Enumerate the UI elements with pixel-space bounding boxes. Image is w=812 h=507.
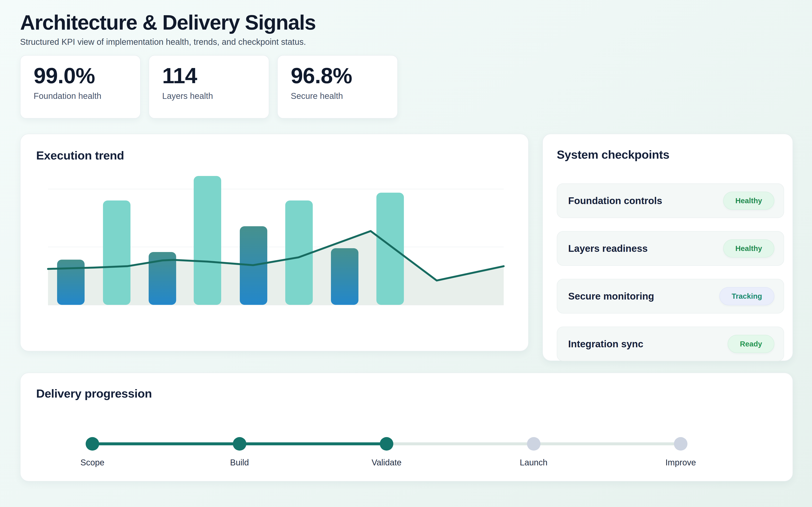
kpi-value: 99.0% [34,63,140,88]
checkpoint-label: Foundation controls [568,195,662,207]
system-checkpoints-card: System checkpoints Foundation controlsHe… [542,134,793,361]
step-dot-build [233,437,246,451]
kpi-row: 99.0%Foundation health114Layers health96… [20,55,793,118]
step-dot-launch [527,437,541,451]
checkpoint-row-layers-readiness: Layers readinessHealthy [557,231,784,266]
step-dot-scope [86,437,99,451]
delivery-stepper: ScopeBuildValidateLaunchImprove [92,437,681,473]
checkpoint-row-foundation-controls: Foundation controlsHealthy [557,183,784,218]
step-label-launch: Launch [520,458,548,467]
checkpoint-row-integration-sync: Integration syncReady [557,327,784,361]
kpi-value: 114 [162,63,269,88]
step-dot-validate [380,437,393,451]
kpi-label: Layers health [162,91,269,101]
delivery-progression-title: Delivery progression [36,387,793,400]
step-label-validate: Validate [371,458,402,467]
trend-line [48,231,504,280]
checkpoint-label: Layers readiness [568,243,648,254]
kpi-card-foundation-health: 99.0%Foundation health [20,55,141,118]
status-badge-tracking: Tracking [719,287,774,305]
step-label-scope: Scope [80,458,104,467]
step-label-improve: Improve [665,458,696,467]
step-label-build: Build [230,458,249,467]
kpi-value: 96.8% [291,63,397,88]
execution-trend-title: Execution trend [36,149,528,162]
checkpoint-label: Integration sync [568,338,643,350]
chart-baseline [48,305,504,305]
kpi-card-layers-health: 114Layers health [149,55,269,118]
trend-line-layer [48,170,504,305]
main-row: Execution trend System checkpoints Found… [20,134,793,361]
checkpoint-row-secure-monitoring: Secure monitoringTracking [557,279,784,314]
checkpoint-list: Foundation controlsHealthyLayers readine… [557,183,784,361]
checkpoint-label: Secure monitoring [568,290,654,302]
status-badge-healthy: Healthy [723,239,774,258]
status-badge-healthy: Healthy [723,191,774,210]
kpi-label: Foundation health [34,91,140,101]
delivery-progression-card: Delivery progression ScopeBuildValidateL… [20,373,793,482]
page-header: Architecture & Delivery Signals Structur… [20,11,793,47]
page-title: Architecture & Delivery Signals [20,11,793,34]
page-subtitle: Structured KPI view of implementation he… [20,37,793,47]
execution-trend-plot [48,170,504,305]
status-badge-ready: Ready [728,335,774,353]
kpi-card-secure-health: 96.8%Secure health [277,55,398,118]
dashboard-page: Architecture & Delivery Signals Structur… [0,0,812,507]
step-dot-improve [674,437,688,451]
execution-trend-card: Execution trend [20,134,529,351]
system-checkpoints-title: System checkpoints [557,148,784,161]
kpi-label: Secure health [291,91,397,101]
